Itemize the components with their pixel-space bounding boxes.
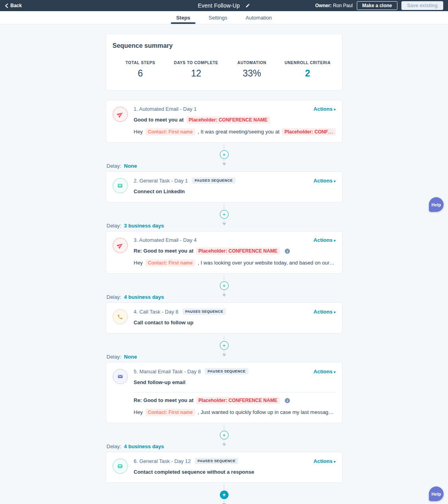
chevron-down-icon: ▾: [334, 179, 336, 183]
step-body: 3. Automated Email - Day 4Actions▾Re: Go…: [134, 237, 336, 267]
tab-steps[interactable]: Steps: [176, 11, 190, 24]
delay-value[interactable]: 4 business days: [124, 294, 164, 300]
preview-text: Hey: [134, 260, 143, 266]
add-step-button[interactable]: +: [220, 341, 229, 350]
bold-text: Connect on LinkedIn: [134, 188, 185, 194]
info-icon[interactable]: i: [285, 249, 290, 254]
bold-text: Re: Good to meet you at: [134, 397, 194, 403]
info-icon[interactable]: i: [285, 398, 290, 403]
step-text-line: Re: Good to meet you at Placeholder: CON…: [134, 396, 336, 404]
make-a-clone-button[interactable]: Make a clone: [357, 1, 398, 10]
delay-row: Delay:None: [107, 354, 137, 360]
back-button[interactable]: Back: [5, 3, 22, 8]
step-text-line: Send follow-up email: [134, 378, 336, 386]
preview-text: , Just wanted to quickly follow up in ca…: [198, 409, 336, 415]
step-title: 6. General Task - Day 12: [134, 458, 191, 464]
back-label: Back: [10, 3, 22, 8]
step-text-line: Call contact to follow up: [134, 319, 336, 327]
delay-label: Delay:: [107, 223, 121, 229]
step-title: 2. General Task - Day 1: [134, 178, 188, 184]
sequence-end: +✓Completed: [106, 483, 342, 504]
delay-value[interactable]: 3 business days: [124, 223, 164, 229]
step-card-4: 4. Call Task - Day 8PAUSES SEQUENCEActio…: [106, 302, 342, 333]
call-icon: [113, 309, 128, 324]
delay-row: Delay:4 business days: [107, 443, 164, 449]
connector-line: [224, 144, 224, 149]
connector-5: +Delay:4 business days: [106, 423, 342, 452]
add-step-button[interactable]: +: [220, 150, 229, 159]
step-body: 6. General Task - Day 12PAUSES SEQUENCEA…: [134, 458, 336, 476]
pauses-sequence-badge: PAUSES SEQUENCE: [205, 368, 248, 375]
connector-4: +Delay:None: [106, 333, 342, 362]
step-text-line: Hey Contact: First name , Just wanted to…: [134, 408, 336, 416]
actions-dropdown[interactable]: Actions▾: [313, 237, 335, 243]
owner-name: Ron Paul: [333, 3, 352, 8]
delay-value[interactable]: None: [124, 163, 137, 169]
step-text-line: Good to meet you at Placeholder: CONFERE…: [134, 116, 336, 124]
tab-settings[interactable]: Settings: [209, 11, 227, 24]
help-button[interactable]: Help: [429, 197, 444, 212]
preview-text: Hey: [134, 129, 143, 135]
add-step-button[interactable]: +: [220, 210, 229, 219]
chevron-down-icon: ▾: [334, 239, 336, 243]
actions-dropdown[interactable]: Actions▾: [313, 106, 335, 112]
top-bar: Back Event Follow-Up Owner: Ron Paul Mak…: [0, 0, 448, 11]
connector-3: +Delay:4 business days: [106, 274, 342, 302]
page-title: Event Follow-Up: [198, 2, 240, 9]
bold-text: Contact completed sequence without a res…: [134, 469, 254, 475]
sequence-editor: Sequence summary TOTAL STEPS6DAYS TO COM…: [106, 24, 342, 504]
personalization-token: Placeholder: CONFERENCE NAME: [186, 116, 270, 124]
delay-label: Delay:: [107, 443, 121, 449]
tab-automation[interactable]: Automation: [246, 11, 272, 24]
actions-dropdown[interactable]: Actions▾: [313, 369, 335, 375]
help-button[interactable]: Help: [429, 486, 444, 501]
summary-stats: TOTAL STEPS6DAYS TO COMPLETE12AUTOMATION…: [113, 61, 336, 79]
personalization-token: Contact: First name: [145, 259, 195, 267]
connector-line: [224, 291, 224, 294]
card-divider: [134, 392, 336, 392]
delay-label: Delay:: [107, 294, 121, 300]
connector-line: [224, 160, 224, 163]
save-existing-button[interactable]: Save existing: [401, 1, 443, 10]
actions-dropdown[interactable]: Actions▾: [313, 458, 335, 464]
bold-text: Send follow-up email: [134, 379, 186, 385]
step-card-3: 3. Automated Email - Day 4Actions▾Re: Go…: [106, 231, 342, 274]
delay-label: Delay:: [107, 163, 121, 169]
step-title: 3. Automated Email - Day 4: [134, 237, 197, 243]
step-text-line: Re: Good to meet you at Placeholder: CON…: [134, 247, 336, 255]
connector-line: [224, 425, 224, 430]
connector-line: [224, 500, 224, 503]
arrow-down-icon: [222, 354, 226, 357]
actions-dropdown[interactable]: Actions▾: [313, 309, 335, 315]
summary-stat: TOTAL STEPS6: [113, 61, 168, 79]
delay-value[interactable]: None: [124, 354, 137, 360]
bold-text: Call contact to follow up: [134, 320, 194, 326]
summary-stat: UNENROLL CRITERIA2: [280, 61, 336, 79]
add-step-button[interactable]: +: [220, 281, 229, 290]
add-step-button[interactable]: +: [220, 490, 229, 499]
add-step-button[interactable]: +: [220, 431, 229, 439]
bold-text: Re: Good to meet you at: [134, 248, 194, 254]
step-header-row: 2. General Task - Day 1PAUSES SEQUENCEAc…: [134, 177, 336, 184]
step-header-row: 3. Automated Email - Day 4Actions▾: [134, 237, 336, 243]
step-text-line: Connect on LinkedIn: [134, 188, 336, 196]
connector-line: [224, 351, 224, 354]
personalization-token: Contact: First name: [145, 409, 195, 416]
delay-row: Delay:4 business days: [107, 294, 164, 300]
step-body: 2. General Task - Day 1PAUSES SEQUENCEAc…: [134, 177, 336, 196]
preview-text: , I was looking over your website today,…: [198, 260, 336, 266]
arrow-down-icon: [222, 163, 226, 166]
personalization-token: Contact: First name: [145, 128, 195, 135]
step-header-row: 4. Call Task - Day 8PAUSES SEQUENCEActio…: [134, 308, 336, 315]
step-card-2: 2. General Task - Day 1PAUSES SEQUENCEAc…: [106, 171, 342, 202]
step-body: 4. Call Task - Day 8PAUSES SEQUENCEActio…: [134, 308, 336, 327]
step-header-row: 1. Automated Email - Day 1Actions▾: [134, 106, 336, 112]
edit-pencil-icon[interactable]: [245, 3, 250, 8]
tab-bar: StepsSettingsAutomation: [0, 11, 448, 24]
stat-label: DAYS TO COMPLETE: [168, 61, 224, 65]
bold-text: Good to meet you at: [134, 117, 184, 123]
step-card-1: 1. Automated Email - Day 1Actions▾Good t…: [106, 100, 342, 143]
delay-value[interactable]: 4 business days: [124, 443, 164, 449]
summary-stat: DAYS TO COMPLETE12: [168, 61, 224, 79]
actions-dropdown[interactable]: Actions▾: [313, 178, 335, 184]
